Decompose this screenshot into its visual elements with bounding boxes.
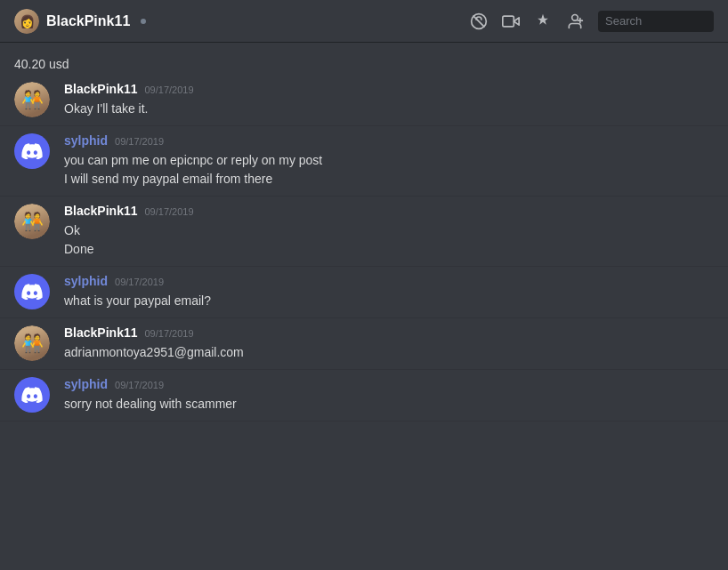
messages-container: 40.20 usd 🧑‍🤝‍🧑 BlackPink11 09/17/2019 O…: [0, 43, 728, 570]
message-header: sylphid 09/17/2019: [64, 377, 714, 391]
timestamp: 09/17/2019: [145, 206, 194, 217]
video-icon[interactable]: [502, 12, 520, 30]
username: sylphid: [64, 274, 108, 288]
avatar: [14, 274, 50, 309]
message-text: what is your paypal email?: [64, 292, 714, 310]
avatar: [14, 133, 50, 169]
header-avatar: 👩: [14, 9, 39, 34]
message-group: sylphid 09/17/2019 what is your paypal e…: [0, 267, 728, 318]
add-member-icon[interactable]: [566, 12, 584, 30]
message-content: BlackPink11 09/17/2019 Ok Done: [64, 204, 714, 259]
channel-header: 👩 BlackPink11: [0, 0, 728, 43]
avatar: 🧑‍🤝‍🧑: [14, 204, 50, 239]
channel-title: BlackPink11: [46, 13, 130, 29]
svg-line-1: [473, 16, 484, 27]
message-header: BlackPink11 09/17/2019: [64, 325, 714, 340]
svg-rect-3: [503, 16, 514, 27]
search-box[interactable]: Search: [598, 11, 714, 32]
message-group: sylphid 09/17/2019 you can pm me on epic…: [0, 126, 728, 197]
message-line: Done: [64, 240, 714, 259]
message-content: sylphid 09/17/2019 you can pm me on epic…: [64, 133, 714, 189]
message-content: sylphid 09/17/2019 sorry not dealing wit…: [64, 377, 714, 413]
search-placeholder: Search: [605, 14, 642, 28]
timestamp: 09/17/2019: [115, 277, 164, 287]
message-line: you can pm me on epicnpc or reply on my …: [64, 151, 714, 170]
message-line: Ok: [64, 221, 714, 240]
message-header: BlackPink11 09/17/2019: [64, 204, 714, 218]
message-text: Okay I'll take it.: [64, 100, 714, 118]
message-text: Ok Done: [64, 221, 714, 259]
timestamp: 09/17/2019: [145, 328, 194, 339]
message-text: you can pm me on epicnpc or reply on my …: [64, 151, 714, 189]
message-line: adrianmontoya2951@gmail.com: [64, 343, 714, 362]
pin-icon[interactable]: [534, 12, 552, 30]
call-icon[interactable]: [470, 12, 488, 30]
timestamp: 09/17/2019: [115, 136, 164, 147]
svg-marker-2: [514, 17, 519, 24]
message-line: I will send my paypal email from there: [64, 170, 714, 189]
avatar: [14, 377, 50, 413]
message-group: 🧑‍🤝‍🧑 BlackPink11 09/17/2019 adrianmonto…: [0, 318, 728, 370]
username: sylphid: [64, 133, 108, 148]
message-line: sorry not dealing with scammer: [64, 395, 714, 413]
avatar: 🧑‍🤝‍🧑: [14, 82, 50, 117]
message-header: BlackPink11 09/17/2019: [64, 82, 714, 96]
message-line: Okay I'll take it.: [64, 100, 714, 118]
message-text: sorry not dealing with scammer: [64, 395, 714, 413]
username: BlackPink11: [64, 204, 138, 218]
username: sylphid: [64, 377, 108, 391]
username: BlackPink11: [64, 82, 138, 96]
message-content: sylphid 09/17/2019 what is your paypal e…: [64, 274, 714, 310]
header-actions: Search: [470, 11, 714, 32]
timestamp: 09/17/2019: [145, 84, 194, 95]
svg-point-4: [572, 14, 578, 20]
truncated-message: 40.20 usd: [0, 50, 728, 75]
message-header: sylphid 09/17/2019: [64, 274, 714, 288]
avatar: 🧑‍🤝‍🧑: [14, 325, 50, 361]
message-content: BlackPink11 09/17/2019 Okay I'll take it…: [64, 82, 714, 118]
username: BlackPink11: [64, 325, 138, 340]
channel-name-area: 👩 BlackPink11: [14, 9, 148, 34]
message-group: 🧑‍🤝‍🧑 BlackPink11 09/17/2019 Ok Done: [0, 197, 728, 267]
message-group: sylphid 09/17/2019 sorry not dealing wit…: [0, 370, 728, 421]
truncated-text: 40.20 usd: [14, 57, 69, 71]
message-text: adrianmontoya2951@gmail.com: [64, 343, 714, 362]
message-content: BlackPink11 09/17/2019 adrianmontoya2951…: [64, 325, 714, 362]
timestamp: 09/17/2019: [115, 380, 164, 390]
status-indicator: [139, 17, 148, 26]
message-header: sylphid 09/17/2019: [64, 133, 714, 148]
message-group: 🧑‍🤝‍🧑 BlackPink11 09/17/2019 Okay I'll t…: [0, 75, 728, 126]
message-line: what is your paypal email?: [64, 292, 714, 310]
